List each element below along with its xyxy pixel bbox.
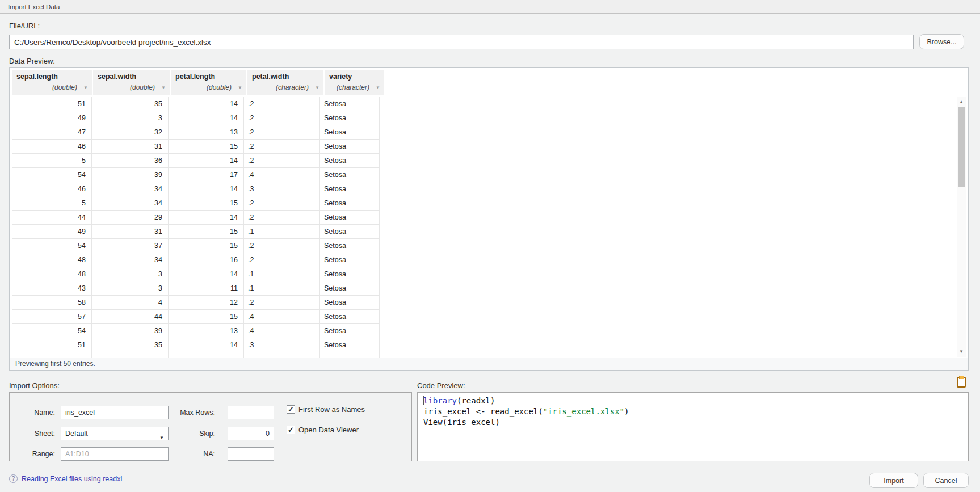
preview-body: 513514.2Setosa49314.2Setosa473213.2Setos… (12, 97, 380, 359)
file-url-input[interactable] (9, 35, 914, 49)
dropdown-arrow-icon: ▼ (159, 432, 164, 444)
table-cell: Setosa (320, 211, 380, 225)
cancel-button[interactable]: Cancel (923, 473, 969, 488)
scroll-up-icon[interactable]: ▲ (957, 98, 966, 106)
table-cell: 51 (12, 338, 92, 352)
open-data-viewer-checkbox[interactable]: ✓ Open Data Viewer (287, 426, 359, 434)
table-cell: Setosa (320, 239, 380, 253)
checkbox-check-icon[interactable]: ✓ (287, 426, 295, 434)
browse-button[interactable]: Browse... (919, 34, 964, 49)
column-header-sepal-width[interactable]: sepal.width (double) ▼ (93, 70, 170, 95)
table-cell: 48 (12, 267, 92, 281)
checkbox-check-icon[interactable]: ✓ (287, 405, 295, 414)
table-cell: 5 (12, 154, 92, 168)
column-name: variety (329, 73, 380, 81)
help-question-icon[interactable]: ? (9, 474, 18, 483)
chevron-down-icon[interactable]: ▼ (376, 85, 380, 90)
table-row: 58412.2Setosa (12, 296, 380, 310)
column-header-sepal-length[interactable]: sepal.length (double) ▼ (12, 70, 92, 95)
import-button[interactable]: Import (869, 473, 918, 488)
na-input[interactable] (228, 447, 274, 461)
code-text: View(iris_excel) (423, 418, 500, 427)
first-row-as-names-label: First Row as Names (298, 405, 365, 414)
max-rows-input[interactable] (228, 406, 274, 419)
help-link-text[interactable]: Reading Excel files using readxl (22, 475, 122, 483)
file-url-label: File/URL: (9, 22, 40, 30)
table-row: 543913.4Setosa (12, 324, 380, 338)
table-cell: .4 (244, 168, 320, 182)
scrollbar-thumb[interactable] (958, 107, 965, 187)
table-cell: 4 (92, 296, 169, 310)
table-cell: .2 (244, 97, 320, 111)
preview-footer: Previewing first 50 entries. (10, 358, 968, 370)
table-cell: 15 (169, 310, 244, 324)
table-cell: 14 (169, 211, 244, 225)
table-cell: 49 (12, 111, 92, 125)
table-cell: 49 (12, 225, 92, 239)
table-cell: 16 (169, 253, 244, 267)
chevron-down-icon[interactable]: ▼ (238, 85, 242, 90)
skip-input[interactable] (228, 427, 274, 440)
chevron-down-icon[interactable]: ▼ (161, 85, 166, 90)
table-cell: 35 (92, 338, 169, 352)
range-input[interactable] (61, 447, 169, 461)
table-cell: Setosa (320, 267, 380, 281)
table-cell: 17 (169, 168, 244, 182)
table-cell: Setosa (320, 225, 380, 239)
table-cell: .2 (244, 196, 320, 211)
table-cell: Setosa (320, 154, 380, 168)
table-cell: .2 (244, 125, 320, 140)
table-cell: .2 (244, 253, 320, 267)
table-cell: 12 (169, 296, 244, 310)
column-type: (character) (337, 83, 369, 91)
table-cell: 15 (169, 140, 244, 154)
chevron-down-icon[interactable]: ▼ (315, 85, 319, 90)
table-cell: 15 (169, 196, 244, 211)
column-type: (double) (52, 83, 77, 91)
name-input[interactable] (61, 406, 169, 419)
table-row: 543917.4Setosa (12, 168, 380, 182)
table-cell: 54 (12, 239, 92, 253)
table-cell: 36 (92, 154, 169, 168)
dialog-titlebar: Import Excel Data (0, 0, 980, 14)
table-row: 43311.1Setosa (12, 281, 380, 296)
table-cell: 13 (169, 324, 244, 338)
table-row: 53614.2Setosa (12, 154, 380, 168)
table-row: 442914.2Setosa (12, 211, 380, 225)
table-cell: .2 (244, 111, 320, 125)
skip-label: Skip: (174, 430, 215, 438)
table-cell: 3 (92, 281, 169, 296)
table-cell: 58 (12, 296, 92, 310)
import-options-label: Import Options: (9, 381, 60, 390)
table-cell: .3 (244, 338, 320, 352)
sheet-select[interactable]: Default ▼ (61, 427, 169, 440)
vertical-scrollbar[interactable]: ▲ ▼ (957, 97, 966, 357)
table-cell: .3 (244, 182, 320, 196)
chevron-down-icon[interactable]: ▼ (83, 85, 88, 90)
first-row-as-names-checkbox[interactable]: ✓ First Row as Names (287, 405, 365, 414)
table-cell: 14 (169, 182, 244, 196)
table-cell: Setosa (320, 281, 380, 296)
table-cell: Setosa (320, 125, 380, 140)
table-cell: 29 (92, 211, 169, 225)
code-keyword: library (423, 396, 457, 405)
help-link[interactable]: ? Reading Excel files using readxl (9, 474, 122, 483)
table-cell: 39 (92, 324, 169, 338)
table-cell: .4 (244, 310, 320, 324)
table-cell: Setosa (320, 97, 380, 111)
column-header-petal-width[interactable]: petal.width (character) ▼ (247, 70, 323, 95)
table-cell: 35 (92, 97, 169, 111)
column-type: (double) (207, 83, 232, 91)
table-cell: 14 (169, 154, 244, 168)
table-cell: 57 (12, 310, 92, 324)
table-cell: .2 (244, 154, 320, 168)
scroll-down-icon[interactable]: ▼ (957, 348, 966, 356)
copy-code-clipboard-icon[interactable] (957, 377, 966, 388)
data-preview-label: Data Preview: (9, 57, 55, 65)
table-cell: Setosa (320, 253, 380, 267)
table-cell: 44 (92, 310, 169, 324)
column-header-petal-length[interactable]: petal.length (double) ▼ (171, 70, 246, 95)
column-header-variety[interactable]: variety (character) ▼ (325, 70, 384, 95)
table-cell: 5 (12, 196, 92, 211)
table-cell: 31 (92, 225, 169, 239)
